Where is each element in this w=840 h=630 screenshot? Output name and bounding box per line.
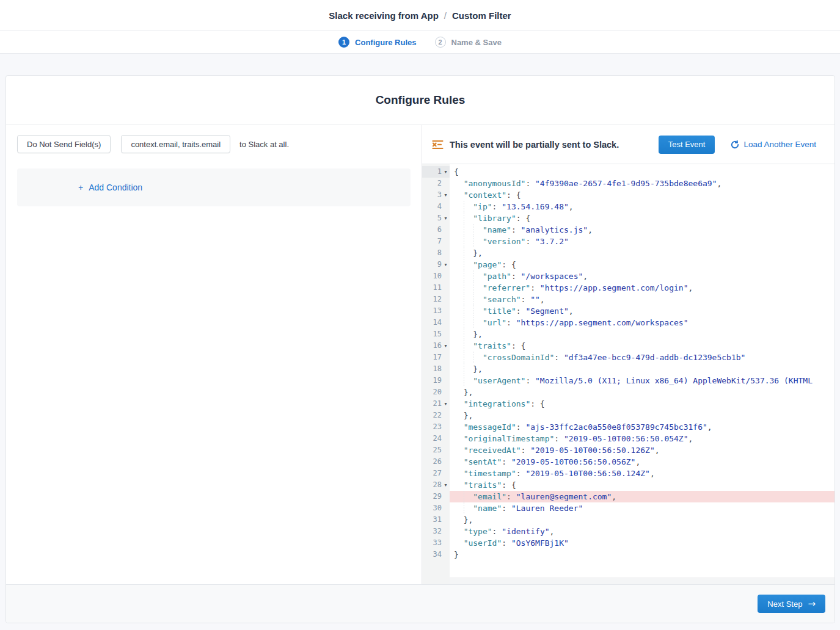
code-line[interactable]: "receivedAt": "2019-05-10T00:56:50.126Z"… [450,444,835,456]
rule-fields-button[interactable]: context.email, traits.email [121,135,230,153]
plus-icon: + [78,183,83,192]
code-line[interactable]: "messageId": "ajs-33ffc2ac0a550e8f053789… [450,421,835,433]
indent-guide [454,375,464,386]
event-preview-panel: This event will be partially sent to Sla… [422,125,835,584]
indent-guide [454,502,464,514]
indent-guide [454,201,464,212]
code-line[interactable]: "traits": { [450,340,835,352]
indent-guide [464,282,473,294]
json-punct: , [569,202,574,211]
caret-down-icon[interactable]: ▾ [442,166,450,178]
breadcrumb-item-primary[interactable]: Slack receiving from App [329,10,439,21]
caret-down-icon[interactable]: ▾ [442,189,450,201]
line-number: 28 [433,479,442,491]
gutter-line: 28▾ [422,479,450,491]
indent-guide [454,189,464,201]
test-event-button[interactable]: Test Event [659,136,715,154]
caret-down-icon[interactable]: ▾ [442,340,450,352]
horizontal-scrollbar[interactable] [450,578,835,584]
code-line[interactable]: "url": "https://app.segment.com/workspac… [450,317,835,328]
json-punct: , [655,446,660,455]
gutter-line: 3▾ [422,189,450,201]
json-key: "receivedAt" [464,446,521,455]
line-number: 14 [433,317,442,328]
load-another-event-button[interactable]: Load Another Event [731,140,816,149]
code-line[interactable]: } [450,549,835,560]
gutter-line: 11 [422,282,450,294]
line-number: 24 [433,433,442,444]
code-line[interactable]: "userId": "OsY6MFBj1K" [450,537,835,549]
code-line[interactable]: }, [450,514,835,526]
caret-down-icon[interactable]: ▾ [442,479,450,491]
code-line[interactable]: }, [450,386,835,398]
step-name-save[interactable]: 2 Name & Save [435,37,502,48]
code-line[interactable]: "sentAt": "2019-05-10T00:56:50.056Z", [450,456,835,468]
gutter-line: 15 [422,328,450,340]
next-step-button[interactable]: Next Step → [758,595,825,613]
code-line[interactable]: "page": { [450,259,835,270]
indent-guide [464,317,473,328]
indent-guide [454,178,464,189]
code-line[interactable]: "ip": "13.54.169.48", [450,201,835,212]
code-line[interactable]: }, [450,328,835,340]
line-number: 19 [433,375,442,386]
gutter-line: 32 [422,526,450,537]
stepper: 1 Configure Rules 2 Name & Save [0,31,840,54]
code-line[interactable]: "title": "Segment", [450,305,835,317]
gutter-line: 13 [422,305,450,317]
gutter-line: 27 [422,468,450,479]
json-key: "traits" [473,341,511,350]
code-line[interactable]: }, [450,410,835,421]
filter-list-icon [432,140,444,150]
caret-down-icon[interactable]: ▾ [442,212,450,224]
json-punct: , [688,434,693,443]
json-punct: : [521,446,531,455]
code-line[interactable]: "integrations": { [450,398,835,410]
line-number: 8 [437,247,442,259]
json-punct: , [707,422,712,432]
line-number: 4 [437,201,442,212]
code-line[interactable]: "library": { [450,212,835,224]
indent-guide [464,328,473,340]
code-line[interactable]: "crossDomainId": "df3a47ee-bcc9-479d-add… [450,352,835,363]
gutter-line: 16▾ [422,340,450,352]
code-line[interactable]: }, [450,363,835,375]
json-punct: , [583,272,588,281]
code-line[interactable]: "anonymousId": "4f9390ae-2657-4fe1-9d95-… [450,178,835,189]
code-line-highlighted[interactable]: "email": "lauren@segment.com", [450,491,835,502]
caret-down-icon[interactable]: ▾ [442,259,450,270]
card-title: Configure Rules [6,76,835,125]
json-punct: : { [516,214,530,223]
code-line[interactable]: "version": "3.7.2" [450,236,835,247]
json-punct: : [506,318,516,327]
rule-action-button[interactable]: Do Not Send Field(s) [17,135,111,153]
json-punct: : [492,202,502,211]
code-line[interactable]: "path": "/workspaces", [450,270,835,282]
code-line[interactable]: "traits": { [450,479,835,491]
step-configure-rules[interactable]: 1 Configure Rules [338,37,416,48]
json-event-editor[interactable]: 1▾23▾45▾6789▾10111213141516▾1718192021▾2… [422,164,835,584]
code-line[interactable]: "userAgent": "Mozilla/5.0 (X11; Linux x8… [450,375,835,386]
add-condition-button[interactable]: + Add Condition [78,183,142,192]
code-line[interactable]: "name": "analytics.js", [450,224,835,236]
editor-gutter: 1▾23▾45▾6789▾10111213141516▾1718192021▾2… [422,164,450,584]
indent-guide [464,340,473,352]
code-line[interactable]: "name": "Lauren Reeder" [450,502,835,514]
code-line[interactable]: "referrer": "https://app.segment.com/log… [450,282,835,294]
code-line[interactable]: }, [450,247,835,259]
step-label: Name & Save [451,38,502,47]
gutter-line: 2 [422,178,450,189]
indent-guide [454,398,464,410]
caret-down-icon[interactable]: ▾ [442,398,450,410]
code-line[interactable]: "originalTimestamp": "2019-05-10T00:56:5… [450,433,835,444]
indent-guide [464,247,473,259]
add-condition-box: + Add Condition [17,168,411,206]
code-line[interactable]: "search": "", [450,294,835,305]
code-line[interactable]: "type": "identify", [450,526,835,537]
json-key: "anonymousId" [464,179,526,188]
code-line[interactable]: "context": { [450,189,835,201]
breadcrumb-separator: / [444,10,447,21]
code-line[interactable]: "timestamp": "2019-05-10T00:56:50.124Z", [450,468,835,479]
json-key: "name" [483,225,511,234]
code-line[interactable]: { [450,166,835,178]
